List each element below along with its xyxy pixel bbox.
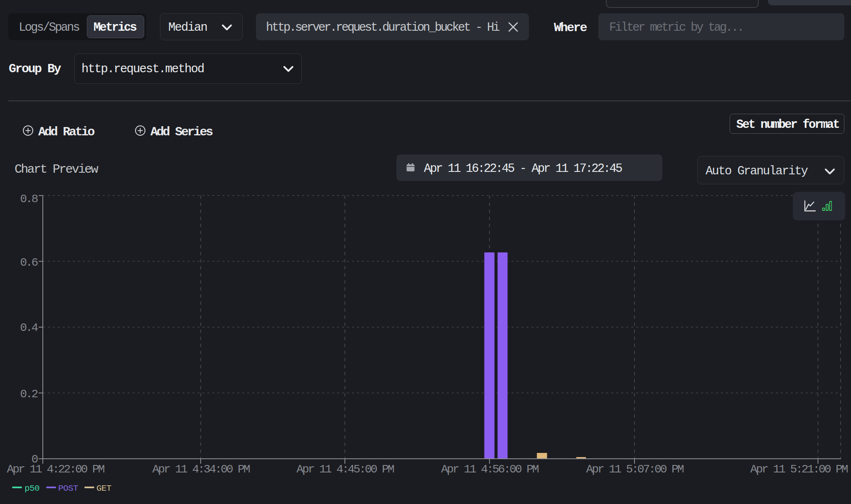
svg-text:Apr 11 4:34:00 PM: Apr 11 4:34:00 PM (152, 463, 250, 476)
svg-text:0.2: 0.2 (20, 388, 37, 401)
svg-text:p50: p50 (25, 484, 39, 493)
svg-text:Apr 11 5:07:00 PM: Apr 11 5:07:00 PM (586, 463, 684, 476)
svg-text:0.8: 0.8 (20, 193, 37, 206)
svg-text:Apr 11 4:22:00 PM: Apr 11 4:22:00 PM (7, 463, 105, 476)
svg-text:Apr 11 5:21:00 PM: Apr 11 5:21:00 PM (750, 463, 848, 476)
svg-text:POST: POST (58, 484, 78, 493)
svg-text:0.4: 0.4 (20, 321, 38, 334)
svg-text:Apr 11 4:56:00 PM: Apr 11 4:56:00 PM (441, 463, 539, 476)
svg-text:Apr 11 4:45:00 PM: Apr 11 4:45:00 PM (297, 463, 394, 476)
svg-text:GET: GET (96, 484, 111, 493)
svg-text:0.6: 0.6 (20, 256, 37, 269)
